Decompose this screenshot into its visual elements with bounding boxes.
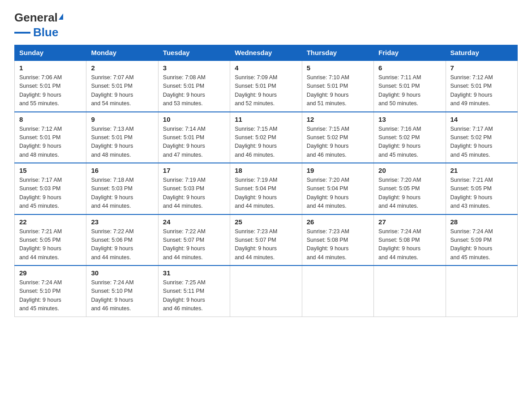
- day-number: 10: [163, 116, 225, 123]
- header-day-sunday: Sunday: [15, 45, 86, 61]
- day-number: 4: [235, 64, 297, 72]
- day-info: Sunrise: 7:19 AM Sunset: 5:04 PM Dayligh…: [235, 176, 297, 211]
- logo-text: General: [14, 11, 63, 25]
- calendar-cell: 26 Sunrise: 7:23 AM Sunset: 5:08 PM Dayl…: [302, 214, 373, 266]
- calendar-cell: 8 Sunrise: 7:12 AM Sunset: 5:01 PM Dayli…: [15, 112, 86, 163]
- calendar-cell: 1 Sunrise: 7:06 AM Sunset: 5:01 PM Dayli…: [15, 60, 86, 112]
- day-info: Sunrise: 7:24 AM Sunset: 5:10 PM Dayligh…: [91, 278, 153, 313]
- day-number: 20: [378, 167, 441, 174]
- calendar-cell: 16 Sunrise: 7:18 AM Sunset: 5:03 PM Dayl…: [86, 163, 158, 214]
- calendar-cell: 19 Sunrise: 7:20 AM Sunset: 5:04 PM Dayl…: [302, 163, 373, 214]
- calendar-cell: [302, 265, 373, 317]
- header-day-wednesday: Wednesday: [230, 45, 302, 61]
- calendar-cell: 18 Sunrise: 7:19 AM Sunset: 5:04 PM Dayl…: [230, 163, 302, 214]
- calendar-cell: 27 Sunrise: 7:24 AM Sunset: 5:08 PM Dayl…: [374, 214, 446, 266]
- day-number: 30: [91, 269, 153, 277]
- day-info: Sunrise: 7:09 AM Sunset: 5:01 PM Dayligh…: [235, 73, 297, 108]
- header-day-tuesday: Tuesday: [158, 45, 230, 61]
- calendar-cell: 30 Sunrise: 7:24 AM Sunset: 5:10 PM Dayl…: [86, 265, 158, 317]
- calendar-cell: 3 Sunrise: 7:08 AM Sunset: 5:01 PM Dayli…: [158, 60, 230, 112]
- calendar-cell: 9 Sunrise: 7:13 AM Sunset: 5:01 PM Dayli…: [86, 112, 158, 163]
- calendar-table: SundayMondayTuesdayWednesdayThursdayFrid…: [14, 45, 518, 317]
- day-number: 13: [378, 116, 441, 123]
- day-info: Sunrise: 7:24 AM Sunset: 5:10 PM Dayligh…: [19, 278, 82, 313]
- header-day-saturday: Saturday: [446, 45, 517, 61]
- day-number: 25: [235, 218, 297, 226]
- calendar-cell: 12 Sunrise: 7:15 AM Sunset: 5:02 PM Dayl…: [302, 112, 373, 163]
- header-day-friday: Friday: [374, 45, 446, 61]
- day-info: Sunrise: 7:21 AM Sunset: 5:05 PM Dayligh…: [19, 227, 82, 262]
- calendar-cell: 22 Sunrise: 7:21 AM Sunset: 5:05 PM Dayl…: [15, 214, 86, 266]
- day-number: 9: [91, 116, 153, 123]
- day-number: 7: [450, 64, 513, 72]
- calendar-week-row: 15 Sunrise: 7:17 AM Sunset: 5:03 PM Dayl…: [15, 163, 518, 214]
- day-info: Sunrise: 7:25 AM Sunset: 5:11 PM Dayligh…: [163, 278, 225, 313]
- day-info: Sunrise: 7:12 AM Sunset: 5:01 PM Dayligh…: [19, 125, 82, 160]
- day-number: 24: [163, 218, 225, 226]
- day-number: 23: [91, 218, 153, 226]
- day-info: Sunrise: 7:17 AM Sunset: 5:02 PM Dayligh…: [450, 125, 513, 160]
- day-number: 14: [450, 116, 513, 123]
- calendar-cell: 24 Sunrise: 7:22 AM Sunset: 5:07 PM Dayl…: [158, 214, 230, 266]
- day-info: Sunrise: 7:22 AM Sunset: 5:07 PM Dayligh…: [163, 227, 225, 262]
- calendar-cell: 25 Sunrise: 7:23 AM Sunset: 5:07 PM Dayl…: [230, 214, 302, 266]
- day-info: Sunrise: 7:23 AM Sunset: 5:07 PM Dayligh…: [235, 227, 297, 262]
- calendar-header-row: SundayMondayTuesdayWednesdayThursdayFrid…: [15, 45, 518, 61]
- calendar-cell: 11 Sunrise: 7:15 AM Sunset: 5:02 PM Dayl…: [230, 112, 302, 163]
- header-day-monday: Monday: [86, 45, 158, 61]
- calendar-cell: 14 Sunrise: 7:17 AM Sunset: 5:02 PM Dayl…: [446, 112, 517, 163]
- calendar-cell: [374, 265, 446, 317]
- day-info: Sunrise: 7:15 AM Sunset: 5:02 PM Dayligh…: [307, 125, 369, 160]
- day-info: Sunrise: 7:15 AM Sunset: 5:02 PM Dayligh…: [235, 125, 297, 160]
- calendar-cell: 21 Sunrise: 7:21 AM Sunset: 5:05 PM Dayl…: [446, 163, 517, 214]
- day-info: Sunrise: 7:08 AM Sunset: 5:01 PM Dayligh…: [163, 73, 225, 108]
- day-number: 29: [19, 269, 82, 277]
- header-day-thursday: Thursday: [302, 45, 373, 61]
- day-number: 2: [91, 64, 153, 72]
- day-number: 5: [307, 64, 369, 72]
- calendar-cell: 6 Sunrise: 7:11 AM Sunset: 5:01 PM Dayli…: [374, 60, 446, 112]
- day-number: 17: [163, 167, 225, 174]
- calendar-cell: 2 Sunrise: 7:07 AM Sunset: 5:01 PM Dayli…: [86, 60, 158, 112]
- day-number: 16: [91, 167, 153, 174]
- calendar-cell: [230, 265, 302, 317]
- day-number: 6: [378, 64, 441, 72]
- calendar-cell: 10 Sunrise: 7:14 AM Sunset: 5:01 PM Dayl…: [158, 112, 230, 163]
- day-info: Sunrise: 7:17 AM Sunset: 5:03 PM Dayligh…: [19, 176, 82, 211]
- calendar-week-row: 22 Sunrise: 7:21 AM Sunset: 5:05 PM Dayl…: [15, 214, 518, 266]
- day-number: 12: [307, 116, 369, 123]
- calendar-cell: [446, 265, 517, 317]
- calendar-cell: 29 Sunrise: 7:24 AM Sunset: 5:10 PM Dayl…: [15, 265, 86, 317]
- day-number: 18: [235, 167, 297, 174]
- calendar-cell: 5 Sunrise: 7:10 AM Sunset: 5:01 PM Dayli…: [302, 60, 373, 112]
- day-number: 26: [307, 218, 369, 226]
- logo: General Blue: [14, 11, 63, 39]
- calendar-cell: 7 Sunrise: 7:12 AM Sunset: 5:01 PM Dayli…: [446, 60, 517, 112]
- calendar-cell: 13 Sunrise: 7:16 AM Sunset: 5:02 PM Dayl…: [374, 112, 446, 163]
- day-info: Sunrise: 7:18 AM Sunset: 5:03 PM Dayligh…: [91, 176, 153, 211]
- calendar-cell: 4 Sunrise: 7:09 AM Sunset: 5:01 PM Dayli…: [230, 60, 302, 112]
- day-info: Sunrise: 7:24 AM Sunset: 5:09 PM Dayligh…: [450, 227, 513, 262]
- day-info: Sunrise: 7:11 AM Sunset: 5:01 PM Dayligh…: [378, 73, 441, 108]
- day-info: Sunrise: 7:20 AM Sunset: 5:05 PM Dayligh…: [378, 176, 441, 211]
- day-number: 22: [19, 218, 82, 226]
- day-info: Sunrise: 7:23 AM Sunset: 5:08 PM Dayligh…: [307, 227, 369, 262]
- day-info: Sunrise: 7:22 AM Sunset: 5:06 PM Dayligh…: [91, 227, 153, 262]
- calendar-cell: 28 Sunrise: 7:24 AM Sunset: 5:09 PM Dayl…: [446, 214, 517, 266]
- calendar-cell: 31 Sunrise: 7:25 AM Sunset: 5:11 PM Dayl…: [158, 265, 230, 317]
- day-number: 19: [307, 167, 369, 174]
- day-info: Sunrise: 7:16 AM Sunset: 5:02 PM Dayligh…: [378, 125, 441, 160]
- day-info: Sunrise: 7:19 AM Sunset: 5:03 PM Dayligh…: [163, 176, 225, 211]
- day-number: 11: [235, 116, 297, 123]
- day-info: Sunrise: 7:13 AM Sunset: 5:01 PM Dayligh…: [91, 125, 153, 160]
- day-number: 31: [163, 269, 225, 277]
- day-number: 28: [450, 218, 513, 226]
- logo-blue-text: Blue: [33, 26, 58, 39]
- calendar-week-row: 1 Sunrise: 7:06 AM Sunset: 5:01 PM Dayli…: [15, 60, 518, 112]
- page-header: General Blue: [14, 11, 518, 39]
- calendar-cell: 20 Sunrise: 7:20 AM Sunset: 5:05 PM Dayl…: [374, 163, 446, 214]
- calendar-week-row: 8 Sunrise: 7:12 AM Sunset: 5:01 PM Dayli…: [15, 112, 518, 163]
- day-info: Sunrise: 7:14 AM Sunset: 5:01 PM Dayligh…: [163, 125, 225, 160]
- day-info: Sunrise: 7:07 AM Sunset: 5:01 PM Dayligh…: [91, 73, 153, 108]
- day-number: 3: [163, 64, 225, 72]
